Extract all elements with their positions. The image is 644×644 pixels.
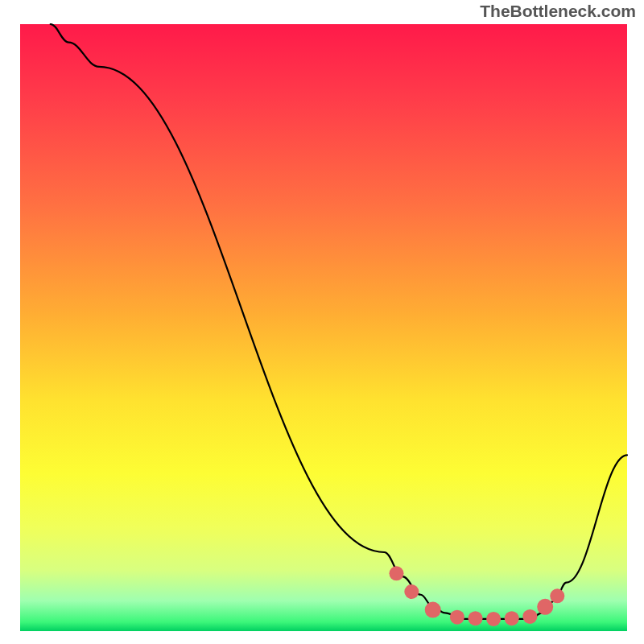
chart-container: TheBottleneck.com (0, 0, 644, 644)
chart-plot (0, 0, 644, 644)
gradient-background (20, 24, 627, 631)
highlight-marker (505, 611, 519, 625)
highlight-marker (469, 611, 483, 625)
highlight-marker (450, 610, 464, 625)
highlight-marker (425, 602, 441, 618)
highlight-marker (550, 588, 564, 603)
highlight-marker (486, 612, 501, 626)
watermark-text: TheBottleneck.com (480, 2, 636, 21)
highlight-marker (537, 599, 553, 615)
highlight-marker (522, 609, 537, 624)
highlight-marker (404, 584, 419, 599)
highlight-marker (389, 566, 403, 580)
